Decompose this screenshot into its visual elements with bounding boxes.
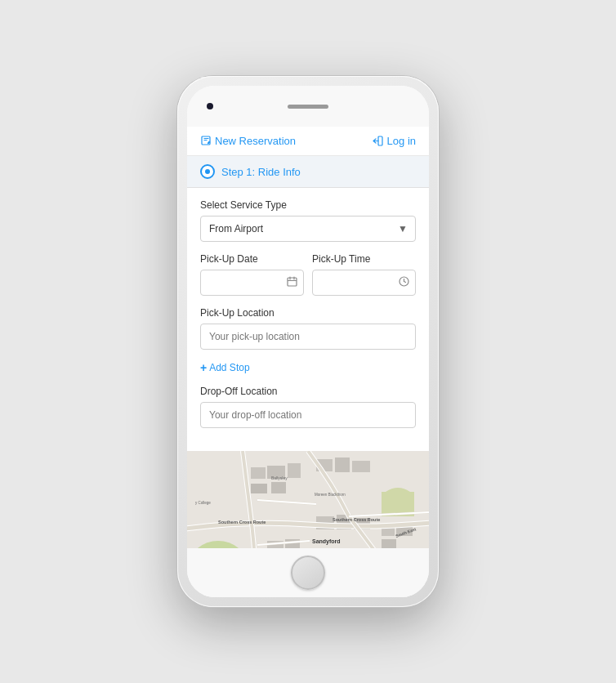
app-screen: New Reservation Log in Ste bbox=[187, 127, 429, 548]
login-icon bbox=[373, 136, 384, 147]
plus-icon: + bbox=[200, 361, 207, 374]
pickup-date-label: Pick-Up Date bbox=[200, 253, 304, 265]
new-reservation-label: New Reservation bbox=[215, 135, 296, 147]
add-stop-link[interactable]: + Add Stop bbox=[200, 361, 416, 374]
svg-rect-23 bbox=[352, 461, 370, 472]
svg-text:Southern Cross Route: Southern Cross Route bbox=[218, 520, 266, 525]
service-type-label: Select Service Type bbox=[200, 199, 416, 211]
pickup-date-wrapper bbox=[200, 270, 304, 296]
svg-text:Moreen Blackthorn: Moreen Blackthorn bbox=[315, 493, 346, 497]
pickup-time-wrapper bbox=[312, 270, 416, 296]
camera-dot bbox=[207, 103, 213, 109]
svg-text:Ballysley: Ballysley bbox=[271, 475, 288, 480]
pickup-date-input[interactable] bbox=[200, 270, 304, 296]
new-reservation-icon bbox=[200, 136, 212, 147]
pickup-date-col: Pick-Up Date bbox=[200, 253, 304, 296]
phone-screen: New Reservation Log in Ste bbox=[187, 86, 429, 597]
phone-bottom-bar bbox=[187, 548, 429, 597]
service-type-select[interactable]: From Airport To Airport Point to Point bbox=[200, 216, 416, 242]
service-type-select-wrapper: From Airport To Airport Point to Point ▼ bbox=[200, 216, 416, 242]
map-container[interactable]: Southern Cross Route Southern Cross Rout… bbox=[187, 451, 429, 548]
add-stop-label: Add Stop bbox=[209, 362, 249, 373]
pickup-location-input[interactable] bbox=[200, 324, 416, 350]
pickup-time-label: Pick-Up Time bbox=[312, 253, 416, 265]
step-label: Step 1: Ride Info bbox=[221, 166, 301, 178]
pickup-time-input[interactable] bbox=[312, 270, 416, 296]
step-circle bbox=[200, 164, 215, 179]
svg-rect-22 bbox=[335, 458, 350, 472]
svg-rect-29 bbox=[382, 539, 396, 548]
ride-info-form: Select Service Type From Airport To Airp… bbox=[187, 188, 429, 451]
dropoff-location-group: Drop-Off Location bbox=[200, 386, 416, 428]
svg-text:y College: y College bbox=[195, 501, 211, 505]
service-type-group: Select Service Type From Airport To Airp… bbox=[200, 199, 416, 242]
datetime-row: Pick-Up Date bbox=[200, 253, 416, 296]
map-image: Southern Cross Route Southern Cross Rout… bbox=[187, 451, 429, 548]
phone-device: New Reservation Log in Ste bbox=[177, 76, 439, 607]
svg-rect-18 bbox=[288, 463, 301, 478]
step-dot bbox=[205, 169, 210, 174]
svg-text:Sandyford: Sandyford bbox=[312, 538, 341, 545]
step-indicator: Step 1: Ride Info bbox=[187, 156, 429, 188]
speaker bbox=[288, 105, 328, 109]
pickup-location-group: Pick-Up Location bbox=[200, 307, 416, 350]
pickup-location-label: Pick-Up Location bbox=[200, 307, 416, 319]
dropoff-location-input[interactable] bbox=[200, 402, 416, 428]
svg-rect-20 bbox=[271, 482, 286, 493]
svg-rect-16 bbox=[251, 467, 266, 479]
new-reservation-link[interactable]: New Reservation bbox=[200, 135, 296, 147]
pickup-time-col: Pick-Up Time bbox=[312, 253, 416, 296]
dropoff-location-label: Drop-Off Location bbox=[200, 386, 416, 397]
svg-rect-19 bbox=[251, 484, 267, 493]
log-in-label: Log in bbox=[387, 135, 416, 147]
nav-bar: New Reservation Log in bbox=[187, 127, 429, 156]
svg-text:Southern Cross Route: Southern Cross Route bbox=[333, 517, 380, 522]
phone-top-bar bbox=[187, 86, 429, 127]
svg-rect-3 bbox=[378, 136, 382, 145]
home-button[interactable] bbox=[291, 556, 325, 590]
log-in-link[interactable]: Log in bbox=[373, 135, 416, 147]
